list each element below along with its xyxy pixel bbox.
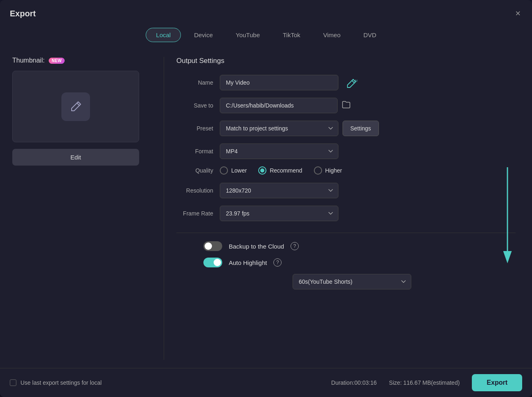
arrow-down-icon [495, 163, 520, 265]
use-last-export: Use last export settings for local [10, 379, 101, 386]
preset-dropdown[interactable]: Match to project settings [220, 121, 338, 136]
name-label: Name [176, 79, 213, 86]
quality-row: Quality Lower Recommend Higher [176, 166, 516, 175]
name-input[interactable] [220, 75, 338, 90]
settings-button[interactable]: Settings [343, 121, 379, 136]
frame-rate-row: Frame Rate 23.97 fps [176, 206, 516, 221]
save-to-row: Save to [176, 98, 516, 113]
new-badge: NEW [49, 58, 65, 64]
quality-higher-label: Higher [325, 167, 342, 174]
auto-highlight-slider [203, 258, 222, 267]
duration-text: Duration:00:03:16 [331, 379, 376, 386]
output-settings-title: Output Settings [176, 57, 516, 65]
resolution-label: Resolution [176, 187, 213, 194]
backup-cloud-toggle[interactable] [203, 241, 222, 251]
auto-highlight-toggle[interactable] [203, 258, 222, 267]
size-value: 116.67 MB(estimated) [404, 379, 460, 386]
auto-highlight-dropdown-row: 60s(YouTube Shorts) [240, 274, 516, 289]
backup-cloud-help-icon[interactable]: ? [291, 242, 299, 250]
quality-lower-radio[interactable] [220, 166, 228, 175]
duration-value: 00:03:16 [354, 379, 377, 386]
use-last-export-label: Use last export settings for local [20, 379, 101, 386]
frame-rate-label: Frame Rate [176, 210, 213, 217]
main-content: Thumbnail: NEW Edit Output Settings Name [0, 49, 532, 368]
quality-radio-group: Lower Recommend Higher [220, 166, 342, 175]
auto-highlight-label: Auto Highlight [229, 259, 267, 266]
tab-dvd[interactable]: DVD [354, 28, 386, 42]
edit-button[interactable]: Edit [12, 149, 139, 166]
duration-label: Duration: [331, 379, 354, 386]
format-dropdown[interactable]: MP4 [220, 144, 338, 159]
ai-rename-button[interactable]: AI [345, 75, 360, 90]
right-panel: Output Settings Name AI Save to [164, 49, 524, 368]
folder-icon [342, 101, 351, 109]
auto-highlight-row: Auto Highlight ? [176, 258, 516, 267]
teal-arrow-annotation [495, 163, 520, 267]
name-row: Name AI [176, 75, 516, 90]
tab-device[interactable]: Device [184, 28, 223, 42]
backup-cloud-label: Backup to the Cloud [229, 243, 284, 250]
section-divider [176, 233, 516, 233]
pencil-icon [68, 99, 83, 114]
preset-row: Preset Match to project settings Setting… [176, 121, 516, 136]
svg-text:AI: AI [354, 79, 358, 83]
backup-cloud-row: Backup to the Cloud ? [176, 241, 516, 251]
auto-highlight-duration-dropdown[interactable]: 60s(YouTube Shorts) [293, 274, 411, 289]
quality-recommend-label: Recommend [270, 167, 302, 174]
frame-rate-dropdown[interactable]: 23.97 fps [220, 206, 338, 221]
thumbnail-preview [12, 71, 139, 142]
resolution-row: Resolution 1280x720 [176, 183, 516, 198]
dialog-title: Export [10, 9, 36, 18]
use-last-export-checkbox[interactable] [10, 379, 16, 386]
resolution-dropdown[interactable]: 1280x720 [220, 183, 338, 198]
backup-cloud-slider [203, 241, 222, 251]
dialog-header: Export × [0, 0, 532, 25]
size-label: Size: [389, 379, 402, 386]
dialog-footer: Use last export settings for local Durat… [0, 368, 532, 397]
quality-recommend-option[interactable]: Recommend [258, 166, 302, 175]
export-button[interactable]: Export [472, 374, 522, 391]
tabs-row: Local Device YouTube TikTok Vimeo DVD [0, 25, 532, 49]
quality-label: Quality [176, 167, 213, 174]
save-to-label: Save to [176, 102, 213, 109]
footer-right: Duration:00:03:16 Size: 116.67 MB(estima… [331, 374, 522, 391]
ai-pencil-icon: AI [347, 77, 358, 88]
save-to-input[interactable] [220, 98, 338, 113]
thumbnail-text: Thumbnail: [12, 57, 45, 64]
thumbnail-label: Thumbnail: NEW [12, 57, 156, 64]
quality-higher-option[interactable]: Higher [314, 166, 342, 175]
close-button[interactable]: × [514, 7, 522, 20]
quality-recommend-radio[interactable] [258, 166, 266, 175]
left-panel: Thumbnail: NEW Edit [8, 49, 164, 368]
preset-label: Preset [176, 125, 213, 132]
size-text: Size: 116.67 MB(estimated) [389, 379, 460, 386]
format-row: Format MP4 [176, 144, 516, 159]
thumbnail-icon-container [61, 92, 90, 121]
quality-lower-label: Lower [231, 167, 247, 174]
tab-tiktok[interactable]: TikTok [273, 28, 310, 42]
auto-highlight-help-icon[interactable]: ? [273, 258, 282, 267]
tab-youtube[interactable]: YouTube [226, 28, 270, 42]
format-label: Format [176, 148, 213, 155]
quality-lower-option[interactable]: Lower [220, 166, 247, 175]
quality-higher-radio[interactable] [314, 166, 322, 175]
folder-browse-button[interactable] [342, 101, 351, 111]
tab-vimeo[interactable]: Vimeo [313, 28, 350, 42]
tab-local[interactable]: Local [146, 28, 181, 42]
export-dialog: Export × Local Device YouTube TikTok Vim… [0, 0, 532, 397]
